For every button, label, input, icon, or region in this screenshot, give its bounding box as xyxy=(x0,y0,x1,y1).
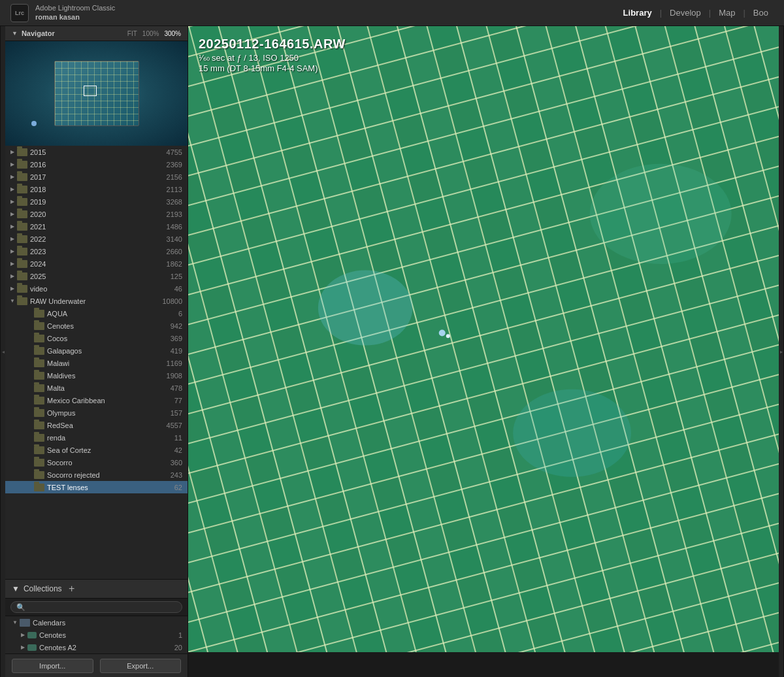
folder-item[interactable]: Galapagos 419 xyxy=(5,344,188,357)
zoom-300[interactable]: 300% xyxy=(164,30,181,37)
folder-count: 11 xyxy=(174,434,182,442)
folder-item[interactable]: Olympus 157 xyxy=(5,406,188,419)
left-panel-resize-handle[interactable] xyxy=(0,26,5,677)
folder-name: Socorro xyxy=(47,459,168,467)
main-content: ▼ Navigator FIT 100% 300% xyxy=(0,26,784,677)
nav-map[interactable]: Map xyxy=(713,5,740,20)
folder-item[interactable]: Malawi 1169 xyxy=(5,357,188,369)
top-navigation: Library | Develop | Map | Boo xyxy=(618,5,774,20)
folder-item[interactable]: ▶ 2019 3268 xyxy=(5,195,188,208)
collection-set-calendars[interactable]: ▼ Calendars xyxy=(5,616,188,629)
folder-icon xyxy=(17,161,27,169)
collections-header[interactable]: ▼ Collections + xyxy=(5,580,188,599)
folder-expand-arrow: ▶ xyxy=(8,223,17,229)
nav-develop[interactable]: Develop xyxy=(664,5,706,20)
folder-name: 2023 xyxy=(30,248,164,256)
folder-expand-arrow: ▼ xyxy=(8,298,17,304)
folder-name: 2025 xyxy=(30,272,168,280)
left-panel: ▼ Navigator FIT 100% 300% xyxy=(5,26,188,677)
image-canvas: 20250112-164615.ARW ¹⁄₆₀ sec at ƒ / 13, … xyxy=(188,26,779,677)
folder-count: 6 xyxy=(178,310,182,318)
folder-item[interactable]: Cenotes 942 xyxy=(5,320,188,332)
folder-item[interactable]: ▶ video 46 xyxy=(5,282,188,295)
folder-expand-arrow: ▶ xyxy=(8,186,17,192)
folder-name: RedSea xyxy=(47,421,164,429)
folder-expand-arrow: ▶ xyxy=(8,199,17,205)
folder-count: 942 xyxy=(171,322,182,330)
folder-item[interactable]: ▶ 2015 4755 xyxy=(5,146,188,158)
collections-section: ▼ Collections + ▼ Calendars ▶ Cenotes 1 xyxy=(5,579,188,653)
folder-item[interactable]: Socorro rejected 243 xyxy=(5,469,188,481)
navigator-header[interactable]: ▼ Navigator FIT 100% 300% xyxy=(5,26,188,41)
right-panel-resize-handle[interactable]: ▸ xyxy=(779,26,784,677)
folder-item[interactable]: ▼ RAW Underwater 10800 xyxy=(5,295,188,307)
folder-item[interactable]: Sea of Cortez 42 xyxy=(5,444,188,456)
app-title: Adobe Lightroom Classic xyxy=(35,4,115,12)
folder-icon xyxy=(17,198,27,206)
add-collection-button[interactable]: + xyxy=(66,583,78,595)
folder-icon xyxy=(17,186,27,193)
folder-count: 1908 xyxy=(167,372,182,380)
folder-count: 4755 xyxy=(167,148,182,156)
export-button[interactable]: Export... xyxy=(100,659,182,673)
folder-icon xyxy=(34,446,44,454)
preview-image xyxy=(54,61,139,126)
folder-item[interactable]: RedSea 4557 xyxy=(5,419,188,431)
collection-count-cenotes: 1 xyxy=(178,631,182,639)
folder-name: 2020 xyxy=(30,210,164,218)
zoom-100[interactable]: 100% xyxy=(142,30,159,37)
preview-background xyxy=(5,41,188,146)
folder-name: 2022 xyxy=(30,235,164,243)
folder-item[interactable]: ▶ 2023 2660 xyxy=(5,245,188,257)
folder-count: 1169 xyxy=(167,359,182,367)
folder-item[interactable]: renda 11 xyxy=(5,431,188,444)
nav-library[interactable]: Library xyxy=(618,5,657,20)
import-button[interactable]: Import... xyxy=(12,659,93,673)
folder-item[interactable]: ▶ 2022 3140 xyxy=(5,233,188,245)
image-display xyxy=(188,26,779,652)
folder-item[interactable]: ▶ 2018 2113 xyxy=(5,183,188,195)
folder-name: TEST lenses xyxy=(47,484,172,491)
folder-name: Cocos xyxy=(47,335,168,342)
folder-expand-arrow: ▶ xyxy=(8,236,17,242)
collection-set-icon xyxy=(20,619,30,627)
folder-item[interactable]: ▶ 2020 2193 xyxy=(5,208,188,220)
collection-expand-arrow-2: ▶ xyxy=(18,644,27,650)
folder-icon xyxy=(17,235,27,243)
nav-book[interactable]: Boo xyxy=(748,5,774,20)
app-user: roman kasan xyxy=(35,13,115,22)
navigator-preview[interactable] xyxy=(5,41,188,146)
folder-item[interactable]: ▶ 2025 125 xyxy=(5,270,188,282)
folder-item[interactable]: Malta 478 xyxy=(5,382,188,394)
folder-item[interactable]: ▶ 2016 2369 xyxy=(5,158,188,171)
folder-icon xyxy=(34,347,44,355)
svg-point-11 xyxy=(513,389,631,477)
folder-name: AQUA xyxy=(47,310,176,318)
folder-name: Malta xyxy=(47,384,168,392)
folder-name: 2021 xyxy=(30,223,164,231)
collection-item-cenotes[interactable]: ▶ Cenotes 1 xyxy=(5,629,188,641)
folder-item[interactable]: Mexico Caribbean 77 xyxy=(5,394,188,406)
folder-expand-arrow: ▶ xyxy=(8,273,17,279)
folder-item[interactable]: AQUA 6 xyxy=(5,307,188,320)
folder-item[interactable]: ▶ 2024 1862 xyxy=(5,257,188,270)
folder-item[interactable]: Maldives 1908 xyxy=(5,369,188,382)
folder-item[interactable]: ▶ 2021 1486 xyxy=(5,220,188,233)
folder-item[interactable]: Cocos 369 xyxy=(5,332,188,344)
collection-item-cenotes-a2[interactable]: ▶ Cenotes A2 20 xyxy=(5,641,188,653)
zoom-fit[interactable]: FIT xyxy=(127,30,137,37)
folder-expand-arrow: ▶ xyxy=(8,161,17,167)
app-identity: Lrc Adobe Lightroom Classic roman kasan xyxy=(10,4,115,22)
folder-icon xyxy=(17,148,27,156)
folder-name: 2016 xyxy=(30,161,164,169)
folder-item[interactable]: Socorro 360 xyxy=(5,456,188,469)
folder-item[interactable]: TEST lenses 62 xyxy=(5,481,188,493)
folder-item[interactable]: ▶ 2017 2156 xyxy=(5,171,188,183)
folder-icon xyxy=(17,173,27,181)
folder-name: Mexico Caribbean xyxy=(47,397,172,405)
folder-name: video xyxy=(30,285,172,293)
collections-search-input[interactable] xyxy=(10,601,182,613)
folder-icon xyxy=(34,335,44,342)
collection-name-cenotes-a2: Cenotes A2 xyxy=(39,644,172,652)
preview-highlight-dot xyxy=(31,121,37,126)
